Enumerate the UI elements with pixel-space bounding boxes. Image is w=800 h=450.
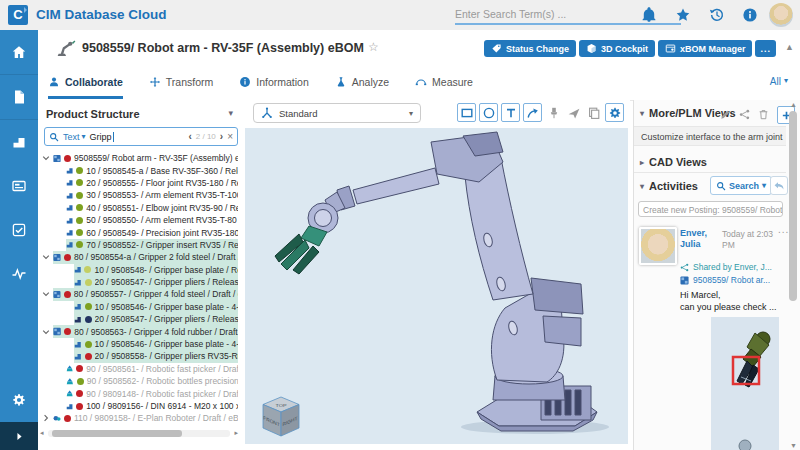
tree-row[interactable]: 110 / 9809158- / E-Plan Roboter / Draft … (38, 412, 238, 424)
tree-row[interactable]: 10 / 9508548- / Gripper base plate / Rel… (38, 264, 238, 276)
chevron-down-icon[interactable] (42, 154, 51, 162)
app-logo[interactable]: C (8, 5, 28, 25)
sidebar-item-boards[interactable] (0, 164, 38, 208)
tree-row[interactable]: 10 / 9508546- / Gripper base plate - 4-f… (38, 338, 238, 350)
chevron-down-icon: ▾ (784, 76, 788, 87)
search-clear-button[interactable]: × (227, 131, 233, 142)
tree-row[interactable]: 20 / 9508558- / Gripper pliers RV35-Rubb… (38, 350, 238, 362)
scroll-up-icon[interactable]: ▲ (790, 101, 797, 108)
tab-collaborate[interactable]: Collaborate (48, 68, 123, 99)
tree-row[interactable]: 20 / 9508555- / Floor joint RV35-180 / R… (38, 177, 238, 189)
activities-header[interactable]: ▾ Activities (640, 180, 698, 192)
xbom-manager-button[interactable]: xBOM Manager (658, 40, 753, 57)
delete-view-button[interactable] (758, 106, 769, 124)
chevron-down-icon[interactable] (42, 290, 51, 298)
tree-row[interactable]: 90 / 9508561- / Robotic fast picker / Dr… (38, 363, 238, 375)
orientation-cube[interactable]: TOP FRONT RIGHT (261, 396, 301, 438)
scroll-left-icon[interactable]: ◂ (40, 429, 44, 437)
user-avatar[interactable] (769, 3, 793, 27)
search-prev-button[interactable]: ‹ (188, 131, 191, 142)
search-icon (49, 132, 59, 142)
favorite-star-icon[interactable]: ☆ (368, 40, 379, 54)
share-view-button[interactable] (739, 106, 750, 124)
viewer-canvas[interactable]: TOP FRONT RIGHT (245, 128, 628, 444)
tree-row[interactable]: 70 / 9508552- / Gripper insert RV35 / Re… (38, 239, 238, 251)
sidebar-item-analysis[interactable] (0, 252, 38, 296)
plm-view-item[interactable]: Customize interface to the arm joint (634, 126, 786, 146)
sidebar-item-home[interactable] (0, 30, 38, 75)
scroll-right-icon[interactable]: ▸ (234, 429, 238, 437)
new-posting-input[interactable]: Create new Posting: 9508559/ Robot arm -… (638, 201, 783, 217)
robot-arm-3d-model[interactable] (245, 128, 628, 444)
tab-information[interactable]: Information (239, 68, 309, 99)
tree-row[interactable]: 60 / 9508549- / Precision joint RV35-180… (38, 226, 238, 238)
annotate-text-button[interactable] (501, 103, 520, 122)
search-next-button[interactable]: › (220, 131, 223, 142)
markup-arrow-button[interactable] (523, 103, 542, 122)
status-change-button[interactable]: Status Change (484, 40, 576, 57)
right-panel-scrollbar[interactable]: ▲ ▼ (788, 100, 799, 450)
more-actions-button[interactable]: ... (755, 40, 776, 57)
tree-row[interactable]: 90 / 9809148- / Robotic fast picker / Dr… (38, 387, 238, 399)
sidebar-item-documents[interactable] (0, 75, 38, 120)
collapse-titlebar-icon[interactable]: ▲ (785, 42, 794, 52)
chevron-down-icon[interactable] (42, 253, 51, 261)
post-attachment-thumbnail[interactable] (711, 317, 779, 450)
scrollbar-thumb[interactable] (789, 111, 797, 301)
reference-link[interactable]: 9508559/ Robot ar... (693, 275, 770, 285)
sidebar-item-settings[interactable] (0, 378, 38, 422)
author-line: Julia (680, 239, 707, 250)
cad-views-header[interactable]: ▸ CAD Views (640, 156, 707, 168)
chevron-right-icon[interactable] (42, 414, 51, 422)
tab-analyze[interactable]: Analyze (335, 68, 389, 99)
tree-row[interactable]: 80 / 9508563- / Gripper 4 fold rubber / … (38, 325, 238, 337)
part-icon (74, 340, 82, 349)
tab-filter-dropdown[interactable]: All▾ (770, 76, 788, 87)
history-icon[interactable] (709, 7, 725, 23)
boards-icon (11, 178, 27, 194)
tree-row[interactable]: 20 / 9508547- / Gripper pliers / Release… (38, 276, 238, 288)
3d-cockpit-button[interactable]: 3D Cockpit (579, 40, 655, 57)
status-dot (76, 390, 83, 397)
tree-row[interactable]: 100 / 9809156- / DIN 6914 - M20 x 100 x … (38, 400, 238, 412)
star-icon[interactable] (675, 7, 691, 23)
compare-button[interactable] (585, 104, 602, 121)
sidebar-item-expand[interactable] (0, 422, 38, 450)
viewer-settings-button[interactable] (605, 103, 624, 122)
tab-measure[interactable]: Measure (415, 68, 473, 99)
reply-button[interactable] (770, 176, 788, 195)
tree-row[interactable]: 50 / 9508550- / Arm element RV35-T-80 / … (38, 214, 238, 226)
tree-row[interactable]: 80 / 9508554-a / Gripper 2 fold steel / … (38, 251, 238, 263)
tree-row[interactable]: 80 / 9508557- / Gripper 4 fold steel / D… (38, 288, 238, 300)
info-icon[interactable] (742, 7, 758, 23)
tree-row[interactable]: 90 / 9508562- / Robotic bottles precisio… (38, 375, 238, 387)
view-selector-dropdown[interactable]: Standard ▾ (253, 103, 421, 123)
bell-icon[interactable] (641, 7, 657, 23)
pin-view-button[interactable] (545, 104, 562, 121)
edit-view-button[interactable] (720, 106, 731, 124)
tree-row[interactable]: 20 / 9508547- / Gripper pliers / Release… (38, 313, 238, 325)
select-rectangle-button[interactable] (457, 103, 476, 122)
post-reference-row[interactable]: 9508559/ Robot ar... (680, 275, 784, 285)
post-author-avatar[interactable] (639, 227, 677, 265)
sidebar-item-parts[interactable] (0, 120, 38, 164)
activities-search-button[interactable]: Search ▾ (710, 176, 772, 195)
sidebar-item-tasks[interactable] (0, 208, 38, 252)
structure-search-input[interactable]: Gripp (90, 132, 185, 142)
tree-row[interactable]: 10 / 9508545-a / Base RV-35F-360 / Relea… (38, 164, 238, 176)
post-author-link[interactable]: Enver, Julia (680, 228, 707, 250)
tree-horizontal-scrollbar[interactable]: ◂ ▸ (40, 430, 238, 438)
search-mode-dropdown[interactable]: Text▾ (63, 132, 86, 142)
tree-row[interactable]: 9508559/ Robot arm - RV-35F (Assembly) e… (38, 152, 238, 164)
panel-collapse-icon[interactable]: ▾ (228, 108, 233, 118)
tree-row[interactable]: 30 / 9508553- / Arm element RV35-T-100 /… (38, 189, 238, 201)
select-circle-button[interactable] (479, 103, 498, 122)
scrollbar-thumb[interactable] (52, 430, 182, 437)
scroll-down-icon[interactable]: ▼ (790, 442, 797, 449)
tree-vertical-scrollbar[interactable] (237, 152, 243, 425)
tree-row[interactable]: 10 / 9508546- / Gripper base plate - 4-f… (38, 301, 238, 313)
chevron-down-icon[interactable] (42, 328, 51, 336)
navigate-button[interactable] (565, 104, 582, 121)
tree-row[interactable]: 40 / 9508551- / Elbow joint RV35-90 / Re… (38, 202, 238, 214)
tab-transform[interactable]: Transform (149, 68, 213, 99)
